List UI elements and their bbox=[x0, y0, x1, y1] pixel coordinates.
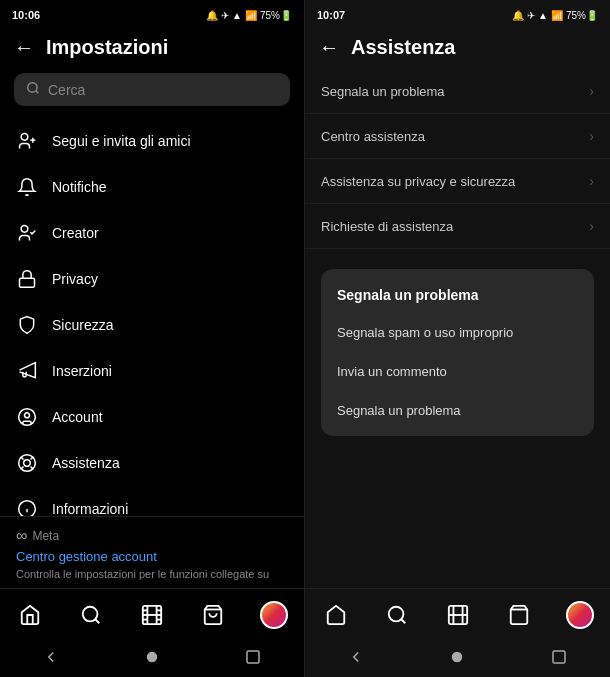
svg-point-2 bbox=[21, 134, 28, 141]
svg-point-18 bbox=[83, 607, 98, 622]
svg-point-5 bbox=[21, 226, 28, 233]
svg-point-29 bbox=[147, 653, 156, 662]
popup-item-spam[interactable]: Segnala spam o uso improprio bbox=[321, 313, 594, 352]
menu-item-security[interactable]: Sicurezza bbox=[0, 302, 304, 348]
settings-menu-list: Segui e invita gli amici Notifiche Creat… bbox=[0, 118, 304, 516]
left-panel: 10:06 🔔 ✈ ▲ 📶 75%🔋 ← Impostazioni Cerca … bbox=[0, 0, 305, 677]
menu-item-follow[interactable]: Segui e invita gli amici bbox=[0, 118, 304, 164]
back-button-left[interactable]: ← bbox=[14, 36, 34, 59]
svg-point-7 bbox=[19, 409, 36, 426]
svg-line-19 bbox=[95, 619, 99, 623]
chevron-right-icon-0: › bbox=[589, 83, 594, 99]
nav-bar-right bbox=[305, 588, 610, 639]
right-bottom-spacer bbox=[305, 436, 610, 588]
sys-back-right[interactable] bbox=[336, 645, 376, 669]
menu-label-support: Assistenza bbox=[52, 455, 120, 471]
menu-label-privacy: Privacy bbox=[52, 271, 98, 287]
profile-avatar[interactable] bbox=[260, 601, 288, 629]
right-profile-avatar[interactable] bbox=[566, 601, 594, 629]
menu-item-ads[interactable]: Inserzioni bbox=[0, 348, 304, 394]
circle-user-icon bbox=[16, 406, 38, 428]
nav-profile[interactable] bbox=[254, 597, 294, 633]
menu-label-ads: Inserzioni bbox=[52, 363, 112, 379]
popup-container: Segnala un problema Segnala spam o uso i… bbox=[305, 249, 610, 436]
time-right: 10:07 bbox=[317, 9, 345, 21]
search-bar[interactable]: Cerca bbox=[14, 73, 290, 106]
svg-line-1 bbox=[36, 91, 39, 94]
sys-square-left[interactable] bbox=[233, 645, 273, 669]
svg-point-0 bbox=[28, 83, 37, 92]
right-header: ← Assistenza bbox=[305, 28, 610, 69]
menu-item-account[interactable]: Account bbox=[0, 394, 304, 440]
back-button-right[interactable]: ← bbox=[319, 36, 339, 59]
sys-back-left[interactable] bbox=[31, 645, 71, 669]
system-nav-right bbox=[305, 639, 610, 677]
svg-line-13 bbox=[31, 457, 33, 459]
svg-point-8 bbox=[25, 413, 30, 418]
menu-label-info: Informazioni bbox=[52, 501, 128, 516]
right-nav-profile[interactable] bbox=[560, 597, 600, 633]
svg-point-38 bbox=[453, 653, 462, 662]
svg-point-10 bbox=[24, 460, 31, 467]
popup-title: Segnala un problema bbox=[321, 275, 594, 313]
chevron-right-icon-2: › bbox=[589, 173, 594, 189]
right-label-report: Segnala un problema bbox=[321, 84, 445, 99]
meta-description: Controlla le impostazioni per le funzion… bbox=[16, 567, 288, 582]
people-plus-icon bbox=[16, 130, 38, 152]
right-nav-search[interactable] bbox=[377, 597, 417, 633]
nav-reels[interactable] bbox=[132, 597, 172, 633]
svg-line-14 bbox=[21, 467, 23, 469]
megaphone-icon bbox=[16, 360, 38, 382]
nav-search[interactable] bbox=[71, 597, 111, 633]
sys-home-right[interactable] bbox=[437, 645, 477, 669]
right-panel: 10:07 🔔 ✈ ▲ 📶 75%🔋 ← Assistenza Segnala … bbox=[305, 0, 610, 677]
search-icon bbox=[26, 81, 40, 98]
right-menu-report[interactable]: Segnala un problema › bbox=[305, 69, 610, 114]
menu-item-notifications[interactable]: Notifiche bbox=[0, 164, 304, 210]
right-menu-help-center[interactable]: Centro assistenza › bbox=[305, 114, 610, 159]
time-left: 10:06 bbox=[12, 9, 40, 21]
nav-shop[interactable] bbox=[193, 597, 233, 633]
svg-rect-39 bbox=[553, 651, 565, 663]
popup-item-comment[interactable]: Invia un commento bbox=[321, 352, 594, 391]
sys-home-left[interactable] bbox=[132, 645, 172, 669]
menu-item-support[interactable]: Assistenza bbox=[0, 440, 304, 486]
right-nav-home[interactable] bbox=[316, 597, 356, 633]
right-nav-shop[interactable] bbox=[499, 597, 539, 633]
right-label-privacy-help: Assistenza su privacy e sicurezza bbox=[321, 174, 515, 189]
popup-item-problem[interactable]: Segnala un problema bbox=[321, 391, 594, 430]
shield-icon bbox=[16, 314, 38, 336]
left-page-title: Impostazioni bbox=[46, 36, 168, 59]
menu-label-creator: Creator bbox=[52, 225, 99, 241]
menu-label-follow: Segui e invita gli amici bbox=[52, 133, 191, 149]
status-bar-right: 10:07 🔔 ✈ ▲ 📶 75%🔋 bbox=[305, 0, 610, 28]
chevron-right-icon-1: › bbox=[589, 128, 594, 144]
meta-infinity-icon: ∞ bbox=[16, 527, 26, 545]
system-nav-left bbox=[0, 639, 304, 677]
right-label-requests: Richieste di assistenza bbox=[321, 219, 453, 234]
lock-icon bbox=[16, 268, 38, 290]
left-header: ← Impostazioni bbox=[0, 28, 304, 69]
info-circle-icon bbox=[16, 498, 38, 516]
lifebuoy-icon bbox=[16, 452, 38, 474]
creator-icon bbox=[16, 222, 38, 244]
right-menu-requests[interactable]: Richieste di assistenza › bbox=[305, 204, 610, 249]
status-bar-left: 10:06 🔔 ✈ ▲ 📶 75%🔋 bbox=[0, 0, 304, 28]
menu-item-privacy[interactable]: Privacy bbox=[0, 256, 304, 302]
right-menu-privacy-help[interactable]: Assistenza su privacy e sicurezza › bbox=[305, 159, 610, 204]
bell-icon bbox=[16, 176, 38, 198]
chevron-right-icon-3: › bbox=[589, 218, 594, 234]
menu-item-creator[interactable]: Creator bbox=[0, 210, 304, 256]
menu-label-security: Sicurezza bbox=[52, 317, 113, 333]
search-placeholder: Cerca bbox=[48, 82, 85, 98]
sys-square-right[interactable] bbox=[539, 645, 579, 669]
centro-link[interactable]: Centro gestione account bbox=[16, 549, 288, 564]
nav-home[interactable] bbox=[10, 597, 50, 633]
support-menu-list: Segnala un problema › Centro assistenza … bbox=[305, 69, 610, 249]
meta-label: Meta bbox=[32, 529, 59, 543]
report-popup: Segnala un problema Segnala spam o uso i… bbox=[321, 269, 594, 436]
menu-item-info[interactable]: Informazioni bbox=[0, 486, 304, 516]
menu-label-notifications: Notifiche bbox=[52, 179, 106, 195]
right-nav-reels[interactable] bbox=[438, 597, 478, 633]
svg-line-12 bbox=[31, 467, 33, 469]
